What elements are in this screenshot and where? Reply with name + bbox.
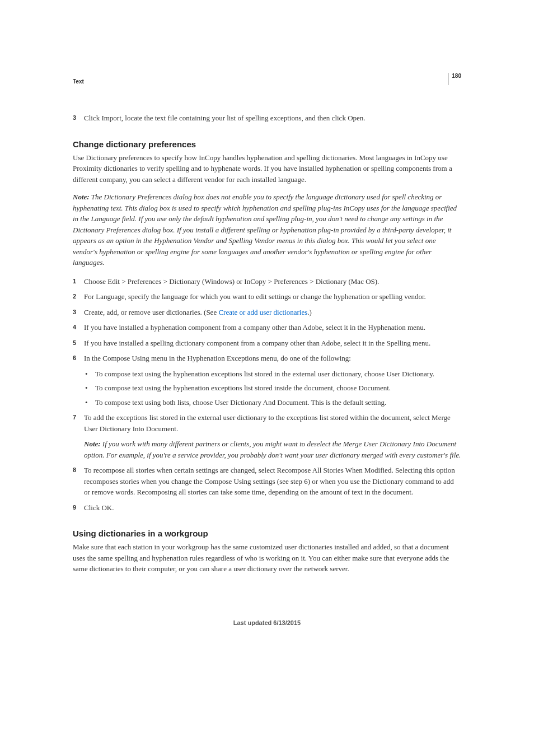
bullet-text: To compose text using both lists, choose… <box>95 397 386 408</box>
section-label: Text <box>73 78 461 85</box>
intro-step-3: 3 Click Import, locate the text file con… <box>73 113 461 124</box>
note-text: If you work with many different partners… <box>84 440 461 459</box>
step-number: 4 <box>73 322 84 333</box>
step-pre-text: Create, add, or remove user dictionaries… <box>84 308 218 316</box>
bullet-dot-icon: • <box>85 368 95 380</box>
bullet-text: To compose text using the hyphenation ex… <box>95 368 434 380</box>
step-text: Click OK. <box>84 502 461 514</box>
step-number: 8 <box>73 465 84 498</box>
heading-using-dictionaries-workgroup: Using dictionaries in a workgroup <box>73 529 461 538</box>
step-5: 5 If you have installed a spelling dicti… <box>73 338 461 349</box>
inner-note: Note: If you work with many different pa… <box>84 438 461 460</box>
page-container: Text 180 3 Click Import, locate the text… <box>0 0 534 671</box>
note-block: Note: The Dictionary Preferences dialog … <box>73 192 461 268</box>
step-6: 6 In the Compose Using menu in the Hyphe… <box>73 353 461 364</box>
step-text: Create, add, or remove user dictionaries… <box>84 307 461 318</box>
page-number: 180 <box>448 73 461 85</box>
step-number: 7 <box>73 412 84 434</box>
step-3: 3 Create, add, or remove user dictionari… <box>73 307 461 318</box>
step-4: 4 If you have installed a hyphenation co… <box>73 322 461 333</box>
bullet-dot-icon: • <box>85 397 95 408</box>
page-header: Text 180 <box>73 78 461 85</box>
step-7: 7 To add the exceptions list stored in t… <box>73 412 461 434</box>
step-text: Click Import, locate the text file conta… <box>84 113 461 124</box>
note-label: Note: <box>84 440 101 448</box>
step-text: In the Compose Using menu in the Hyphena… <box>84 353 461 364</box>
paragraph: Make sure that each station in your work… <box>73 542 461 575</box>
step-text: If you have installed a spelling diction… <box>84 338 461 349</box>
step-text: To recompose all stories when certain se… <box>84 465 461 498</box>
step-1: 1 Choose Edit > Preferences > Dictionary… <box>73 276 461 287</box>
paragraph: Use Dictionary preferences to specify ho… <box>73 152 461 185</box>
step-number: 3 <box>73 113 84 124</box>
step-number: 9 <box>73 502 84 514</box>
bullet-list: • To compose text using the hyphenation … <box>85 368 461 408</box>
note-label: Note: <box>73 193 90 201</box>
heading-change-dictionary-preferences: Change dictionary preferences <box>73 139 461 149</box>
step-text: Choose Edit > Preferences > Dictionary (… <box>84 276 461 287</box>
bullet-text: To compose text using the hyphenation ex… <box>95 382 391 394</box>
step-post-text: .) <box>307 308 312 316</box>
bullet-item: • To compose text using the hyphenation … <box>85 382 461 394</box>
step-number: 6 <box>73 353 84 364</box>
step-number: 3 <box>73 307 84 318</box>
link-create-add-user-dictionaries[interactable]: Create or add user dictionaries <box>218 308 307 316</box>
step-number: 2 <box>73 291 84 302</box>
bullet-dot-icon: • <box>85 382 95 394</box>
note-text: The Dictionary Preferences dialog box do… <box>73 193 457 267</box>
step-text: For Language, specify the language for w… <box>84 291 461 302</box>
footer-last-updated: Last updated 6/13/2015 <box>73 619 461 626</box>
bullet-item: • To compose text using both lists, choo… <box>85 397 461 408</box>
step-number: 1 <box>73 276 84 287</box>
step-text: If you have installed a hyphenation comp… <box>84 322 461 333</box>
step-2: 2 For Language, specify the language for… <box>73 291 461 302</box>
step-text: To add the exceptions list stored in the… <box>84 412 461 434</box>
step-number: 5 <box>73 338 84 349</box>
step-8: 8 To recompose all stories when certain … <box>73 465 461 498</box>
step-9: 9 Click OK. <box>73 502 461 514</box>
bullet-item: • To compose text using the hyphenation … <box>85 368 461 380</box>
